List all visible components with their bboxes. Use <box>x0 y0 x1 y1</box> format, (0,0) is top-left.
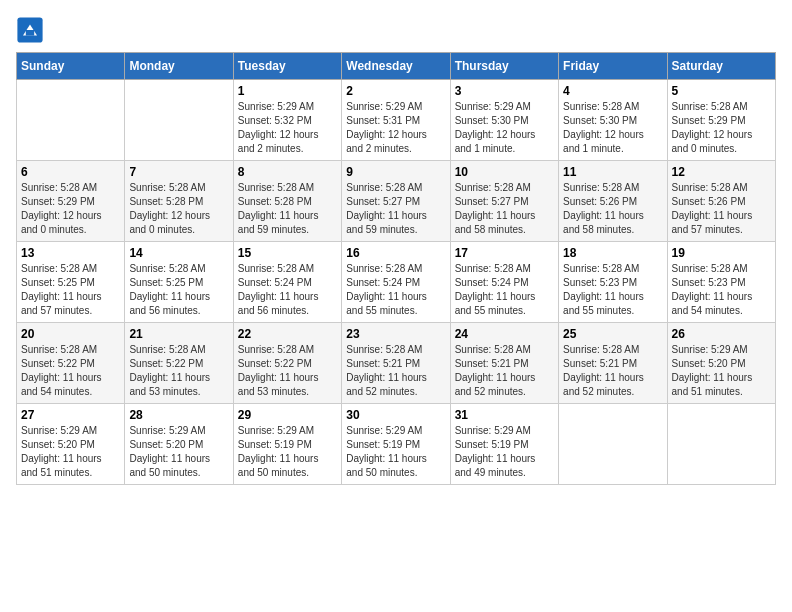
day-info: Sunrise: 5:29 AM Sunset: 5:32 PM Dayligh… <box>238 100 337 156</box>
day-info: Sunrise: 5:28 AM Sunset: 5:24 PM Dayligh… <box>346 262 445 318</box>
calendar-cell: 21Sunrise: 5:28 AM Sunset: 5:22 PM Dayli… <box>125 323 233 404</box>
calendar-week-row: 27Sunrise: 5:29 AM Sunset: 5:20 PM Dayli… <box>17 404 776 485</box>
calendar-cell: 4Sunrise: 5:28 AM Sunset: 5:30 PM Daylig… <box>559 80 667 161</box>
day-number: 4 <box>563 84 662 98</box>
day-number: 12 <box>672 165 771 179</box>
calendar-cell: 26Sunrise: 5:29 AM Sunset: 5:20 PM Dayli… <box>667 323 775 404</box>
day-number: 20 <box>21 327 120 341</box>
day-number: 23 <box>346 327 445 341</box>
day-number: 26 <box>672 327 771 341</box>
calendar-cell: 27Sunrise: 5:29 AM Sunset: 5:20 PM Dayli… <box>17 404 125 485</box>
calendar-table: SundayMondayTuesdayWednesdayThursdayFrid… <box>16 52 776 485</box>
calendar-cell: 8Sunrise: 5:28 AM Sunset: 5:28 PM Daylig… <box>233 161 341 242</box>
day-number: 16 <box>346 246 445 260</box>
day-number: 29 <box>238 408 337 422</box>
col-header-wednesday: Wednesday <box>342 53 450 80</box>
page-header <box>16 16 776 44</box>
day-number: 31 <box>455 408 554 422</box>
calendar-cell: 11Sunrise: 5:28 AM Sunset: 5:26 PM Dayli… <box>559 161 667 242</box>
day-info: Sunrise: 5:29 AM Sunset: 5:19 PM Dayligh… <box>346 424 445 480</box>
day-number: 24 <box>455 327 554 341</box>
calendar-cell: 17Sunrise: 5:28 AM Sunset: 5:24 PM Dayli… <box>450 242 558 323</box>
day-number: 1 <box>238 84 337 98</box>
col-header-thursday: Thursday <box>450 53 558 80</box>
calendar-week-row: 13Sunrise: 5:28 AM Sunset: 5:25 PM Dayli… <box>17 242 776 323</box>
calendar-cell: 25Sunrise: 5:28 AM Sunset: 5:21 PM Dayli… <box>559 323 667 404</box>
day-number: 15 <box>238 246 337 260</box>
svg-rect-2 <box>26 30 34 36</box>
day-info: Sunrise: 5:29 AM Sunset: 5:20 PM Dayligh… <box>21 424 120 480</box>
day-info: Sunrise: 5:28 AM Sunset: 5:23 PM Dayligh… <box>672 262 771 318</box>
col-header-tuesday: Tuesday <box>233 53 341 80</box>
day-number: 10 <box>455 165 554 179</box>
day-info: Sunrise: 5:28 AM Sunset: 5:21 PM Dayligh… <box>455 343 554 399</box>
calendar-week-row: 1Sunrise: 5:29 AM Sunset: 5:32 PM Daylig… <box>17 80 776 161</box>
day-info: Sunrise: 5:29 AM Sunset: 5:19 PM Dayligh… <box>238 424 337 480</box>
day-info: Sunrise: 5:28 AM Sunset: 5:29 PM Dayligh… <box>21 181 120 237</box>
calendar-cell: 18Sunrise: 5:28 AM Sunset: 5:23 PM Dayli… <box>559 242 667 323</box>
day-info: Sunrise: 5:28 AM Sunset: 5:25 PM Dayligh… <box>129 262 228 318</box>
calendar-cell: 1Sunrise: 5:29 AM Sunset: 5:32 PM Daylig… <box>233 80 341 161</box>
logo <box>16 16 48 44</box>
calendar-cell: 3Sunrise: 5:29 AM Sunset: 5:30 PM Daylig… <box>450 80 558 161</box>
day-number: 7 <box>129 165 228 179</box>
calendar-header-row: SundayMondayTuesdayWednesdayThursdayFrid… <box>17 53 776 80</box>
calendar-week-row: 6Sunrise: 5:28 AM Sunset: 5:29 PM Daylig… <box>17 161 776 242</box>
calendar-cell: 28Sunrise: 5:29 AM Sunset: 5:20 PM Dayli… <box>125 404 233 485</box>
calendar-cell: 29Sunrise: 5:29 AM Sunset: 5:19 PM Dayli… <box>233 404 341 485</box>
day-info: Sunrise: 5:29 AM Sunset: 5:19 PM Dayligh… <box>455 424 554 480</box>
day-number: 2 <box>346 84 445 98</box>
calendar-cell <box>667 404 775 485</box>
day-info: Sunrise: 5:28 AM Sunset: 5:27 PM Dayligh… <box>455 181 554 237</box>
calendar-cell: 16Sunrise: 5:28 AM Sunset: 5:24 PM Dayli… <box>342 242 450 323</box>
day-number: 11 <box>563 165 662 179</box>
calendar-cell: 19Sunrise: 5:28 AM Sunset: 5:23 PM Dayli… <box>667 242 775 323</box>
day-number: 27 <box>21 408 120 422</box>
day-info: Sunrise: 5:28 AM Sunset: 5:22 PM Dayligh… <box>129 343 228 399</box>
col-header-monday: Monday <box>125 53 233 80</box>
day-number: 13 <box>21 246 120 260</box>
calendar-cell: 15Sunrise: 5:28 AM Sunset: 5:24 PM Dayli… <box>233 242 341 323</box>
day-number: 25 <box>563 327 662 341</box>
day-info: Sunrise: 5:28 AM Sunset: 5:24 PM Dayligh… <box>455 262 554 318</box>
calendar-cell: 22Sunrise: 5:28 AM Sunset: 5:22 PM Dayli… <box>233 323 341 404</box>
day-info: Sunrise: 5:28 AM Sunset: 5:27 PM Dayligh… <box>346 181 445 237</box>
day-info: Sunrise: 5:28 AM Sunset: 5:30 PM Dayligh… <box>563 100 662 156</box>
calendar-cell: 13Sunrise: 5:28 AM Sunset: 5:25 PM Dayli… <box>17 242 125 323</box>
day-info: Sunrise: 5:29 AM Sunset: 5:30 PM Dayligh… <box>455 100 554 156</box>
day-number: 9 <box>346 165 445 179</box>
day-number: 21 <box>129 327 228 341</box>
calendar-cell: 7Sunrise: 5:28 AM Sunset: 5:28 PM Daylig… <box>125 161 233 242</box>
day-info: Sunrise: 5:29 AM Sunset: 5:20 PM Dayligh… <box>672 343 771 399</box>
calendar-cell: 9Sunrise: 5:28 AM Sunset: 5:27 PM Daylig… <box>342 161 450 242</box>
day-info: Sunrise: 5:28 AM Sunset: 5:23 PM Dayligh… <box>563 262 662 318</box>
day-info: Sunrise: 5:29 AM Sunset: 5:31 PM Dayligh… <box>346 100 445 156</box>
calendar-cell: 23Sunrise: 5:28 AM Sunset: 5:21 PM Dayli… <box>342 323 450 404</box>
calendar-week-row: 20Sunrise: 5:28 AM Sunset: 5:22 PM Dayli… <box>17 323 776 404</box>
day-info: Sunrise: 5:28 AM Sunset: 5:25 PM Dayligh… <box>21 262 120 318</box>
day-info: Sunrise: 5:28 AM Sunset: 5:22 PM Dayligh… <box>21 343 120 399</box>
calendar-cell: 10Sunrise: 5:28 AM Sunset: 5:27 PM Dayli… <box>450 161 558 242</box>
day-info: Sunrise: 5:28 AM Sunset: 5:22 PM Dayligh… <box>238 343 337 399</box>
day-info: Sunrise: 5:29 AM Sunset: 5:20 PM Dayligh… <box>129 424 228 480</box>
calendar-cell: 2Sunrise: 5:29 AM Sunset: 5:31 PM Daylig… <box>342 80 450 161</box>
day-number: 17 <box>455 246 554 260</box>
col-header-friday: Friday <box>559 53 667 80</box>
calendar-cell: 24Sunrise: 5:28 AM Sunset: 5:21 PM Dayli… <box>450 323 558 404</box>
calendar-cell: 31Sunrise: 5:29 AM Sunset: 5:19 PM Dayli… <box>450 404 558 485</box>
day-info: Sunrise: 5:28 AM Sunset: 5:21 PM Dayligh… <box>563 343 662 399</box>
day-number: 19 <box>672 246 771 260</box>
calendar-cell <box>17 80 125 161</box>
calendar-cell: 6Sunrise: 5:28 AM Sunset: 5:29 PM Daylig… <box>17 161 125 242</box>
day-info: Sunrise: 5:28 AM Sunset: 5:26 PM Dayligh… <box>563 181 662 237</box>
calendar-cell: 12Sunrise: 5:28 AM Sunset: 5:26 PM Dayli… <box>667 161 775 242</box>
calendar-cell <box>125 80 233 161</box>
day-info: Sunrise: 5:28 AM Sunset: 5:28 PM Dayligh… <box>238 181 337 237</box>
day-number: 28 <box>129 408 228 422</box>
day-number: 30 <box>346 408 445 422</box>
day-number: 22 <box>238 327 337 341</box>
calendar-cell: 30Sunrise: 5:29 AM Sunset: 5:19 PM Dayli… <box>342 404 450 485</box>
day-info: Sunrise: 5:28 AM Sunset: 5:21 PM Dayligh… <box>346 343 445 399</box>
day-number: 8 <box>238 165 337 179</box>
day-info: Sunrise: 5:28 AM Sunset: 5:26 PM Dayligh… <box>672 181 771 237</box>
